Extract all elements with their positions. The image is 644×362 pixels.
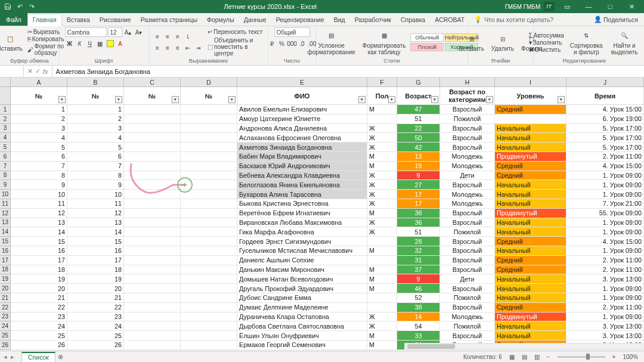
cell-fio[interactable]: Данькин Максим Миронович (237, 265, 367, 275)
cell[interactable] (124, 162, 181, 171)
cell-fio[interactable]: Веретёнов Ефрем Игнатиевич (237, 209, 367, 218)
row-header[interactable]: 18 (0, 265, 11, 275)
filter-icon[interactable]: ▾ (228, 96, 236, 103)
cell-fio[interactable]: Даниелс Ашльин Сопхие (237, 256, 367, 265)
cell[interactable]: 14 (67, 227, 124, 237)
view-page-layout-icon[interactable]: ▤ (522, 354, 527, 360)
cell-gender[interactable]: Ж (367, 321, 397, 331)
cell[interactable] (181, 105, 237, 115)
cell-category[interactable]: Взрослый (440, 303, 495, 313)
cell[interactable] (181, 124, 237, 134)
cell[interactable] (181, 143, 237, 152)
style-bad[interactable]: Плохой (410, 43, 444, 51)
cell[interactable]: 23 (11, 313, 67, 322)
share-button[interactable]: 👤 Поделиться (588, 16, 644, 23)
cell-fio[interactable]: Бабин Марк Владимирович (237, 152, 367, 162)
cut-button[interactable]: ✂ Вырезать (27, 29, 64, 35)
cell-fio[interactable]: Гика Марфа Агафоновна (237, 227, 367, 237)
autosum-button[interactable]: Σ Автосумма (529, 32, 564, 39)
cell-fio[interactable]: Аслаханова Ефросиния Олеговна (237, 133, 367, 143)
cell[interactable] (124, 124, 181, 134)
cell-gender[interactable]: М (367, 246, 397, 256)
decrease-indent-icon[interactable]: ⇤ (183, 44, 193, 53)
row-header[interactable]: 8 (0, 171, 11, 181)
cell-fio[interactable]: Гордеев Эрнст Сигизмундович (237, 237, 367, 246)
cell[interactable]: 14 (11, 227, 67, 237)
cell-category[interactable]: Дети (440, 274, 495, 284)
cell-category[interactable]: Взрослый (440, 256, 495, 265)
cell[interactable]: 21 (67, 293, 124, 303)
cell[interactable] (124, 293, 181, 303)
cell-time[interactable]: 1. Урок 09:00 (566, 190, 644, 199)
cell-age[interactable]: 36 (397, 218, 440, 228)
cell-level[interactable]: Средний (495, 256, 566, 265)
tab-help[interactable]: Справка (396, 13, 430, 26)
row-header[interactable]: 24 (0, 321, 11, 331)
cell[interactable] (124, 133, 181, 143)
cell[interactable] (181, 265, 237, 275)
cell-gender[interactable]: М (367, 274, 397, 284)
row-header[interactable]: 12 (0, 209, 11, 218)
cell-gender[interactable]: Ж (367, 180, 397, 190)
cell-category[interactable]: Взрослый (440, 105, 495, 115)
align-bottom-icon[interactable]: ≡ (173, 32, 182, 42)
cell-category[interactable]: Пожилой (440, 227, 495, 237)
orientation-icon[interactable]: ⤹ (183, 32, 193, 42)
cell[interactable] (181, 115, 237, 124)
sheet-nav-prev-icon[interactable]: ◂ (0, 353, 11, 360)
cell[interactable]: 4 (11, 133, 67, 143)
cell[interactable] (181, 199, 237, 209)
cell-level[interactable]: Средний (495, 265, 566, 275)
cell-gender[interactable]: Ж (367, 227, 397, 237)
cell[interactable] (124, 321, 181, 331)
cell-age[interactable]: 17 (397, 190, 440, 199)
cell[interactable] (181, 180, 237, 190)
cell-age[interactable]: 28 (397, 237, 440, 246)
cell-time[interactable]: 55. Урок 09:00 (566, 209, 644, 218)
cell[interactable]: 11 (67, 199, 124, 209)
cell[interactable]: 2 (67, 115, 124, 124)
cell-gender[interactable] (367, 115, 397, 124)
cell-age[interactable]: 32 (397, 246, 440, 256)
cell-level[interactable]: Начальный (495, 133, 566, 143)
cell-gender[interactable]: Ж (367, 218, 397, 228)
cell-time[interactable]: 1. Урок 09:00 (566, 313, 644, 322)
align-right-icon[interactable]: ≡ (173, 44, 182, 53)
filter-icon[interactable]: ▾ (172, 96, 179, 103)
cell-time[interactable]: 5. Урок 17:00 (566, 133, 644, 143)
zoom-in-icon[interactable]: + (612, 354, 616, 360)
enter-formula-icon[interactable]: ✓ (35, 67, 41, 75)
cell-category[interactable]: Пожилой (440, 293, 495, 303)
cell-gender[interactable]: Ж (367, 143, 397, 152)
tab-formulas[interactable]: Формулы (202, 13, 239, 26)
hdr-no-c[interactable]: №▾ (124, 87, 181, 105)
cell-level[interactable]: Средний (495, 303, 566, 313)
cell-category[interactable]: Молодежь (440, 162, 495, 171)
filter-icon[interactable]: ▾ (431, 96, 438, 103)
cell[interactable]: 20 (11, 284, 67, 293)
align-left-icon[interactable]: ≡ (153, 44, 162, 53)
cell[interactable]: 15 (11, 237, 67, 246)
format-as-table-button[interactable]: ▦Форматировать как таблицу (360, 29, 408, 57)
cell-fio[interactable]: Ёлшин Ульян Онуфриевич (237, 331, 367, 341)
col-header-G[interactable]: G (397, 78, 440, 86)
cell[interactable]: 7 (67, 162, 124, 171)
cell-time[interactable]: 1. Урок 09:00 (566, 227, 644, 237)
cell[interactable] (181, 227, 237, 237)
border-icon[interactable]: ▦ (95, 39, 105, 48)
cell-age[interactable]: 51 (397, 115, 440, 124)
cell[interactable] (124, 284, 181, 293)
cell[interactable]: 25 (67, 331, 124, 341)
filter-icon[interactable]: ▾ (358, 96, 366, 103)
cell-time[interactable]: 2. Урок 11:00 (566, 152, 644, 162)
filter-icon[interactable]: ▾ (115, 96, 122, 103)
cell-level[interactable]: Начальный (495, 274, 566, 284)
cell-time[interactable]: 4. Урок 15:00 (566, 237, 644, 246)
cell-age[interactable]: 50 (397, 133, 440, 143)
view-normal-icon[interactable]: ▦ (509, 354, 515, 360)
cell-level[interactable]: Начальный (495, 321, 566, 331)
cell-gender[interactable]: Ж (367, 171, 397, 181)
tab-file[interactable]: Файл (0, 13, 27, 26)
user-initials[interactable]: ГГ (544, 2, 555, 11)
row-header[interactable]: 3 (0, 124, 11, 134)
